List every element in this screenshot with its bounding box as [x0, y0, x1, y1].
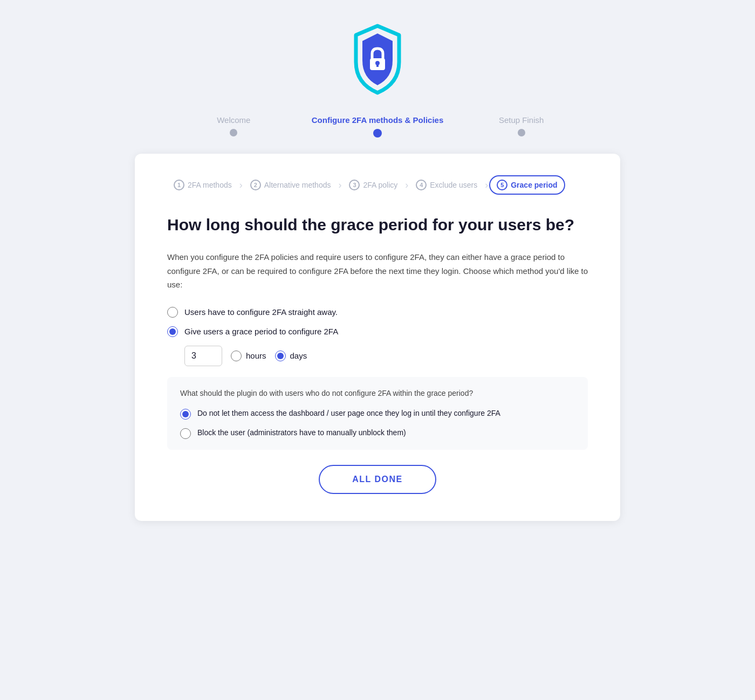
sep-2: ›: [337, 180, 342, 191]
option-block-dashboard-label: Do not let them access the dashboard / u…: [197, 408, 500, 419]
step-finish-dot: [518, 129, 525, 136]
step-welcome[interactable]: Welcome: [162, 115, 306, 136]
sub-step-num-3: 3: [349, 180, 360, 190]
svg-rect-2: [376, 64, 379, 67]
sub-question-box: What should the plugin do with users who…: [167, 377, 588, 450]
option-grace-period[interactable]: Give users a grace period to configure 2…: [167, 326, 588, 337]
unit-days-label: days: [290, 351, 307, 360]
step-configure-dot: [373, 129, 382, 138]
option-straight-away[interactable]: Users have to configure 2FA straight awa…: [167, 307, 588, 318]
step-configure[interactable]: Configure 2FA methods & Policies: [306, 115, 450, 138]
radio-straight-away[interactable]: [167, 307, 178, 318]
radio-days[interactable]: [275, 351, 286, 361]
sep-3: ›: [404, 180, 409, 191]
option-grace-period-label: Give users a grace period to configure 2…: [184, 327, 338, 336]
sub-step-num-4: 4: [416, 180, 427, 190]
radio-block-dashboard[interactable]: [180, 409, 191, 420]
shield-lock-icon: [345, 22, 410, 97]
logo-container: [345, 22, 410, 99]
sub-step-grace-period[interactable]: 5 Grace period: [489, 175, 565, 195]
sub-step-alt-methods[interactable]: 2 Alternative methods: [244, 176, 338, 194]
grace-period-row: hours days: [184, 346, 588, 366]
main-card: 1 2FA methods › 2 Alternative methods › …: [135, 154, 620, 521]
radio-hours[interactable]: [231, 351, 242, 361]
sub-step-label-2: Alternative methods: [264, 181, 331, 189]
sub-step-2fa-methods[interactable]: 1 2FA methods: [167, 176, 238, 194]
grace-number-input[interactable]: [184, 346, 222, 366]
page-description: When you configure the 2FA policies and …: [167, 250, 588, 292]
unit-days-option[interactable]: days: [275, 351, 307, 361]
sub-step-label-1: 2FA methods: [188, 181, 232, 189]
sub-question-text: What should the plugin do with users who…: [180, 388, 575, 399]
option-straight-away-label: Users have to configure 2FA straight awa…: [184, 307, 338, 317]
sub-step-num-1: 1: [174, 180, 184, 190]
sub-step-label-5: Grace period: [511, 181, 557, 189]
sub-step-2fa-policy[interactable]: 3 2FA policy: [342, 176, 404, 194]
unit-hours-option[interactable]: hours: [231, 351, 266, 361]
radio-grace-period[interactable]: [167, 326, 178, 337]
main-stepper: Welcome Configure 2FA methods & Policies…: [162, 115, 593, 138]
page-title: How long should the grace period for you…: [167, 214, 588, 235]
sub-steps-nav: 1 2FA methods › 2 Alternative methods › …: [167, 175, 588, 195]
option-block-dashboard[interactable]: Do not let them access the dashboard / u…: [180, 408, 575, 420]
sep-1: ›: [238, 180, 244, 191]
option-block-user-label: Block the user (administrators have to m…: [197, 427, 406, 438]
sub-step-num-5: 5: [497, 180, 507, 190]
step-finish[interactable]: Setup Finish: [449, 115, 593, 136]
done-button-container: ALL DONE: [167, 465, 588, 494]
radio-block-user[interactable]: [180, 428, 191, 439]
sep-4: ›: [484, 180, 489, 191]
sub-step-label-3: 2FA policy: [363, 181, 397, 189]
step-welcome-dot: [230, 129, 237, 136]
step-finish-label: Setup Finish: [499, 115, 544, 125]
unit-hours-label: hours: [246, 351, 266, 360]
sub-step-exclude-users[interactable]: 4 Exclude users: [409, 176, 484, 194]
option-block-user[interactable]: Block the user (administrators have to m…: [180, 427, 575, 439]
step-configure-label: Configure 2FA methods & Policies: [312, 115, 443, 125]
step-welcome-label: Welcome: [217, 115, 250, 125]
sub-step-label-4: Exclude users: [430, 181, 477, 189]
sub-step-num-2: 2: [250, 180, 261, 190]
all-done-button[interactable]: ALL DONE: [319, 465, 436, 494]
